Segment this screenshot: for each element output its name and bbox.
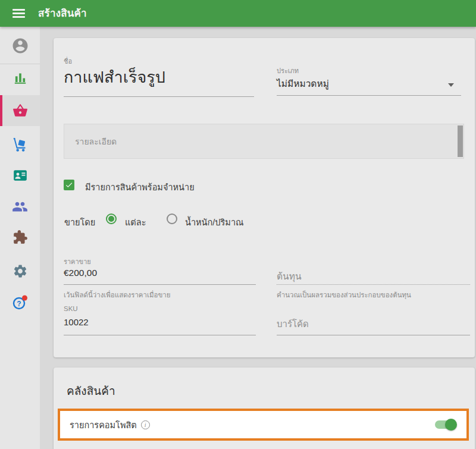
- help-icon: ?: [11, 294, 29, 312]
- description-textarea[interactable]: รายละเอียด: [64, 124, 464, 159]
- composite-item-label: รายการคอมโพสิต: [70, 418, 137, 432]
- sidebar-item-reports[interactable]: [0, 62, 40, 93]
- sidebar-item-employees[interactable]: [0, 191, 40, 222]
- inventory-card: คลังสินค้า รายการคอมโพสิต i: [54, 368, 475, 449]
- app-bar: สร้างสินค้า: [0, 0, 476, 27]
- cost-underline: [277, 284, 470, 285]
- sidebar-item-inventory[interactable]: [0, 129, 40, 160]
- price-label: ราคาขาย: [64, 256, 91, 267]
- price-underline: [64, 284, 256, 285]
- people-icon: [12, 199, 28, 215]
- price-input[interactable]: €200,00: [64, 268, 97, 278]
- sidebar-item-customers[interactable]: [0, 160, 40, 191]
- barcode-underline: [277, 335, 470, 335]
- basket-icon: [12, 103, 28, 118]
- create-item-page: สร้างสินค้า: [0, 0, 476, 449]
- category-underline: [277, 95, 461, 96]
- radio-weight-label[interactable]: น้ำหนัก/ปริมาณ: [185, 215, 243, 229]
- info-icon[interactable]: i: [141, 420, 150, 429]
- price-helper-text: เว้นฟิลด์นี้ว่างเพื่อแสดงราคาเมื่อขาย: [64, 290, 171, 300]
- svg-text:?: ?: [17, 300, 21, 308]
- sku-underline: [64, 335, 256, 335]
- sidebar-item-settings[interactable]: [0, 256, 40, 287]
- sku-input[interactable]: 10022: [64, 317, 89, 327]
- toggle-knob: [445, 419, 457, 431]
- page-title: สร้างสินค้า: [38, 0, 87, 27]
- name-underline: [64, 96, 254, 97]
- inventory-section-title: คลังสินค้า: [67, 382, 115, 400]
- description-scrollbar[interactable]: [458, 125, 463, 157]
- gear-icon: [12, 263, 28, 279]
- notification-badge-dot: [22, 296, 27, 301]
- account-circle-icon: [11, 37, 29, 55]
- composite-item-highlight-box: รายการคอมโพสิต i: [58, 409, 469, 441]
- cost-input[interactable]: ต้นทุน: [277, 269, 301, 284]
- item-details-card: ชื่อ กาแฟสำเร็จรูป ประเภท ไม่มีหมวดหมู่ …: [54, 38, 475, 357]
- sku-label: SKU: [64, 305, 78, 312]
- sidebar-item-items[interactable]: [0, 95, 40, 126]
- sidebar-item-account[interactable]: [0, 30, 40, 61]
- available-for-sale-label: มีรายการสินค้าพร้อมจำหน่าย: [85, 180, 195, 194]
- sidebar-item-apps[interactable]: [0, 222, 40, 253]
- hand-truck-icon: [12, 137, 28, 153]
- main-content: ชื่อ กาแฟสำเร็จรูป ประเภท ไม่มีหมวดหมู่ …: [40, 27, 476, 449]
- checkmark-icon: [65, 181, 73, 189]
- puzzle-icon: [12, 230, 28, 245]
- name-input[interactable]: กาแฟสำเร็จรูป: [64, 64, 165, 90]
- sold-by-label: ขายโดย: [64, 215, 95, 229]
- bar-chart-icon: [12, 70, 28, 86]
- sidebar-item-help[interactable]: ?: [0, 287, 40, 318]
- radio-sold-by-each[interactable]: [106, 213, 117, 224]
- description-placeholder: รายละเอียด: [75, 135, 117, 148]
- category-select[interactable]: ไม่มีหมวดหมู่: [277, 76, 329, 91]
- sidebar: ?: [0, 27, 40, 449]
- contact-card-icon: [12, 168, 28, 183]
- available-for-sale-checkbox[interactable]: [64, 180, 74, 190]
- radio-each-label[interactable]: แต่ละ: [125, 215, 146, 229]
- category-label: ประเภท: [277, 65, 299, 76]
- hamburger-menu-icon[interactable]: [12, 9, 25, 18]
- composite-item-toggle[interactable]: [435, 419, 457, 431]
- chevron-down-icon[interactable]: [448, 83, 454, 87]
- cost-helper-text: คำนวณเป็นผลรวมของส่วนประกอบของต้นทุน: [277, 290, 411, 300]
- radio-sold-by-weight[interactable]: [167, 213, 177, 224]
- barcode-input[interactable]: บาร์โค้ด: [277, 317, 309, 331]
